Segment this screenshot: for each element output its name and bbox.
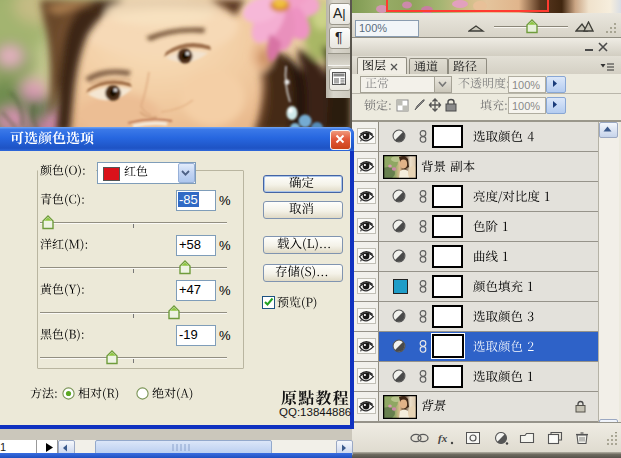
svg-text:fx: fx <box>438 432 448 444</box>
